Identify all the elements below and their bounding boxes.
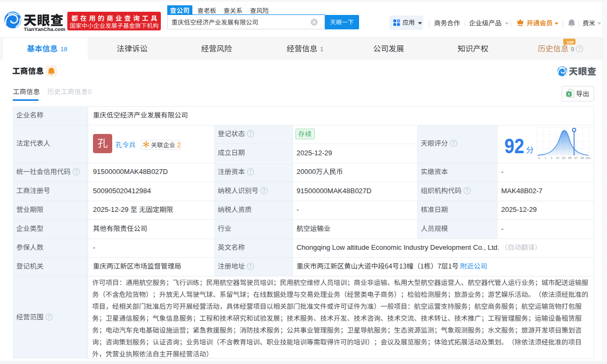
svg-text:Chongqing Low altitude Economi: Chongqing Low altitude Economic Industry…: [297, 243, 499, 251]
svg-text:20000: 20000: [297, 168, 316, 176]
svg-text:2025-12-29: 2025-12-29: [297, 149, 332, 157]
svg-text:3: 3: [550, 156, 552, 160]
svg-text:VIP: VIP: [567, 40, 574, 45]
svg-text:0: 0: [538, 156, 540, 160]
svg-text:-: -: [501, 168, 503, 176]
svg-text:TianYanCha.com: TianYanCha.com: [24, 26, 66, 32]
svg-text:500905020412984: 500905020412984: [93, 187, 151, 195]
svg-text:2: 2: [177, 141, 181, 149]
svg-text:97: 97: [574, 156, 578, 160]
svg-text:9: 9: [571, 45, 574, 52]
svg-text:2025-12-29: 2025-12-29: [501, 205, 537, 213]
svg-text:-: -: [501, 225, 503, 233]
svg-text:1: 1: [544, 156, 546, 160]
svg-text:18: 18: [60, 45, 67, 52]
svg-text:1: 1: [320, 45, 324, 52]
svg-text:85: 85: [568, 156, 571, 160]
svg-text:10: 10: [556, 156, 559, 160]
svg-text:-: -: [93, 243, 95, 251]
svg-text:99: 99: [580, 156, 583, 160]
svg-text:100: 100: [585, 156, 590, 160]
svg-text:91500000MAK48B027D: 91500000MAK48B027D: [93, 168, 168, 176]
svg-text:92: 92: [504, 134, 524, 157]
svg-text:-: -: [297, 205, 299, 213]
svg-text:50: 50: [562, 156, 565, 160]
svg-text:91500000MAK48B027D: 91500000MAK48B027D: [297, 187, 371, 195]
svg-text:MAK48B02-7: MAK48B02-7: [501, 187, 542, 195]
svg-text:2025-12-29: 2025-12-29: [93, 205, 130, 213]
